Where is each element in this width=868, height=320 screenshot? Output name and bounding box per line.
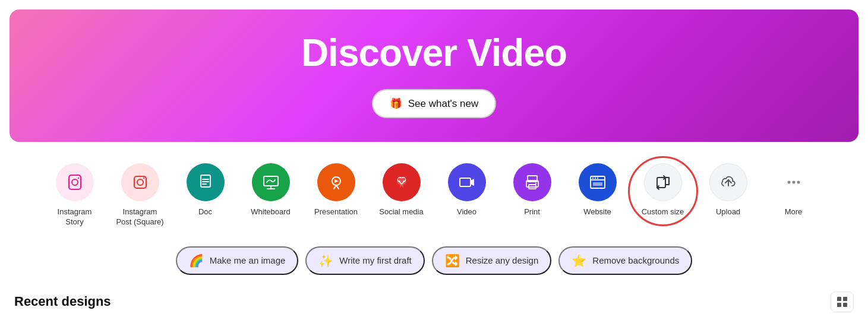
- print-label: Print: [524, 207, 540, 217]
- resize-design-pill[interactable]: 🔀 Resize any design: [432, 246, 552, 275]
- custom-size-label: Custom size: [642, 207, 684, 217]
- svg-point-25: [596, 178, 598, 179]
- gift-icon: 🎁: [390, 97, 402, 110]
- website-label: Website: [583, 207, 611, 217]
- more-label: More: [785, 207, 803, 217]
- sidebar-item-doc[interactable]: Doc: [173, 159, 238, 222]
- hero-button-label: See what's new: [408, 98, 479, 110]
- sidebar-item-instagram-story[interactable]: InstagramStory: [42, 159, 108, 232]
- grid-view-button[interactable]: [831, 292, 854, 312]
- svg-point-31: [797, 181, 800, 184]
- sidebar-item-more[interactable]: More: [761, 159, 826, 222]
- sidebar-item-video[interactable]: Video: [434, 159, 500, 222]
- custom-size-icon-circle: [644, 163, 682, 201]
- social-media-label: Social media: [379, 207, 423, 217]
- svg-rect-0: [69, 175, 81, 189]
- more-icon-circle: [775, 163, 813, 201]
- svg-rect-6: [201, 175, 210, 187]
- svg-point-1: [72, 179, 78, 185]
- presentation-label: Presentation: [314, 207, 358, 217]
- doc-icon-circle: [187, 163, 225, 201]
- sidebar-item-custom-size[interactable]: Custom size: [630, 159, 696, 222]
- icon-grid: InstagramStory InstagramPost (Square) Do…: [0, 142, 868, 242]
- upload-icon-circle: [709, 163, 747, 201]
- sidebar-item-social-media[interactable]: Social media: [369, 159, 434, 222]
- instagram-story-icon-circle: [56, 163, 94, 201]
- website-icon-circle: [579, 163, 617, 201]
- whiteboard-label: Whiteboard: [251, 207, 290, 217]
- sparkle-icon: ✨: [318, 254, 333, 268]
- hero-banner: Discover Video 🎁 See what's new: [10, 9, 858, 142]
- instagram-post-icon-circle: [121, 163, 159, 201]
- presentation-icon-circle: [317, 163, 355, 201]
- grid-view-icon: [837, 297, 847, 307]
- social-media-icon-circle: [383, 163, 421, 201]
- video-icon-circle: [448, 163, 486, 201]
- resize-design-label: Resize any design: [466, 255, 539, 265]
- resize-icon: 🔀: [445, 254, 460, 268]
- upload-label: Upload: [716, 207, 740, 217]
- make-image-pill[interactable]: 🌈 Make me an image: [176, 246, 299, 275]
- svg-point-24: [594, 178, 595, 179]
- sidebar-item-whiteboard[interactable]: Whiteboard: [238, 159, 304, 222]
- svg-point-5: [143, 178, 144, 179]
- svg-point-29: [787, 181, 790, 184]
- rainbow-icon: 🌈: [189, 254, 204, 268]
- remove-bg-pill[interactable]: ⭐ Remove backgrounds: [558, 246, 692, 275]
- make-image-label: Make me an image: [210, 255, 286, 265]
- svg-rect-16: [460, 178, 471, 186]
- sidebar-item-instagram-post[interactable]: InstagramPost (Square): [108, 159, 173, 232]
- see-whats-new-button[interactable]: 🎁 See what's new: [372, 89, 497, 118]
- svg-rect-26: [593, 182, 602, 186]
- svg-line-15: [336, 185, 339, 189]
- svg-point-4: [137, 179, 143, 185]
- hero-title: Discover Video: [21, 31, 847, 75]
- sidebar-item-print[interactable]: Print: [500, 159, 565, 222]
- sidebar-item-upload[interactable]: Upload: [696, 159, 761, 222]
- print-icon-circle: [513, 163, 551, 201]
- sidebar-item-presentation[interactable]: Presentation: [304, 159, 369, 222]
- write-draft-label: Write my first draft: [339, 255, 411, 265]
- svg-point-30: [792, 181, 795, 184]
- star-icon: ⭐: [572, 254, 586, 268]
- recent-designs-title: Recent designs: [14, 294, 111, 309]
- recent-designs-header: Recent designs: [0, 287, 868, 312]
- doc-label: Doc: [198, 207, 212, 217]
- remove-bg-label: Remove backgrounds: [592, 255, 679, 265]
- instagram-story-label: InstagramStory: [58, 207, 92, 227]
- ai-pills-row: 🌈 Make me an image ✨ Write my first draf…: [0, 242, 868, 287]
- svg-point-23: [592, 178, 593, 179]
- svg-point-20: [535, 183, 536, 184]
- instagram-post-label: InstagramPost (Square): [116, 207, 163, 227]
- write-draft-pill[interactable]: ✨ Write my first draft: [305, 246, 424, 275]
- sidebar-item-website[interactable]: Website: [565, 159, 630, 222]
- whiteboard-icon-circle: [252, 163, 290, 201]
- svg-point-2: [77, 178, 78, 179]
- video-label: Video: [457, 207, 476, 217]
